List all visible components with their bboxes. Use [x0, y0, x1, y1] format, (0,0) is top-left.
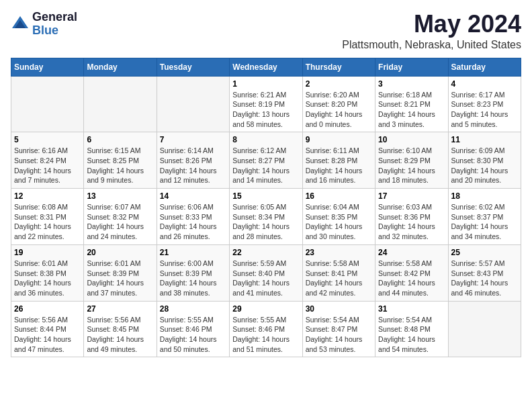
sunset-text: Sunset: 8:35 PM — [306, 213, 358, 221]
weekday-header-monday: Monday — [84, 58, 157, 76]
calendar-day-15: 15Sunrise: 6:05 AMSunset: 8:34 PMDayligh… — [230, 189, 302, 245]
calendar-day-7: 7Sunrise: 6:14 AMSunset: 8:26 PMDaylight… — [157, 132, 229, 189]
daylight-text: and 20 minutes. — [451, 176, 502, 184]
daylight-text: and 3 minutes. — [378, 120, 425, 128]
day-number: 20 — [87, 248, 153, 257]
sunrise-text: Sunrise: 6:02 AM — [451, 203, 505, 211]
sunset-text: Sunset: 8:28 PM — [306, 156, 358, 165]
daylight-text: Daylight: 14 hours — [451, 222, 508, 230]
daylight-text: and 58 minutes. — [232, 120, 283, 128]
daylight-text: Daylight: 14 hours — [87, 167, 144, 175]
sunset-text: Sunset: 8:30 PM — [451, 156, 504, 165]
sunset-text: Sunset: 8:26 PM — [160, 156, 212, 165]
daylight-text: Daylight: 14 hours — [306, 335, 363, 343]
daylight-text: Daylight: 14 hours — [160, 335, 217, 343]
sunrise-text: Sunrise: 5:59 AM — [232, 259, 286, 267]
daylight-text: Daylight: 14 hours — [232, 167, 290, 175]
day-number: 1 — [232, 79, 299, 89]
daylight-text: and 51 minutes. — [232, 345, 283, 353]
day-number: 24 — [378, 248, 445, 257]
sunrise-text: Sunrise: 5:56 AM — [14, 316, 68, 324]
logo-icon — [11, 15, 30, 34]
day-number: 3 — [378, 79, 445, 89]
sunset-text: Sunset: 8:37 PM — [451, 213, 504, 221]
day-number: 8 — [232, 135, 299, 144]
weekday-header-wednesday: Wednesday — [230, 58, 302, 76]
calendar-day-26: 26Sunrise: 5:56 AMSunset: 8:44 PMDayligh… — [11, 301, 84, 357]
calendar-day-31: 31Sunrise: 5:54 AMSunset: 8:48 PMDayligh… — [375, 301, 448, 357]
daylight-text: and 14 minutes. — [232, 176, 283, 184]
day-number: 16 — [306, 191, 372, 201]
daylight-text: Daylight: 14 hours — [160, 279, 217, 287]
day-number: 13 — [87, 191, 153, 201]
daylight-text: and 32 minutes. — [378, 232, 429, 240]
daylight-text: and 28 minutes. — [232, 232, 283, 240]
calendar-day-6: 6Sunrise: 6:15 AMSunset: 8:25 PMDaylight… — [84, 132, 157, 189]
sunset-text: Sunset: 8:39 PM — [160, 269, 212, 277]
sunset-text: Sunset: 8:24 PM — [14, 156, 66, 165]
calendar-week-row: 1Sunrise: 6:21 AMSunset: 8:19 PMDaylight… — [11, 76, 521, 132]
sunrise-text: Sunrise: 6:11 AM — [306, 146, 359, 154]
sunset-text: Sunset: 8:48 PM — [378, 325, 431, 333]
daylight-text: Daylight: 14 hours — [87, 222, 144, 230]
sunrise-text: Sunrise: 5:58 AM — [378, 259, 432, 267]
day-number: 26 — [14, 304, 81, 314]
daylight-text: Daylight: 14 hours — [451, 279, 508, 287]
calendar-day-4: 4Sunrise: 6:17 AMSunset: 8:23 PMDaylight… — [448, 76, 521, 132]
calendar-day-10: 10Sunrise: 6:10 AMSunset: 8:29 PMDayligh… — [375, 132, 448, 189]
calendar-day-23: 23Sunrise: 5:58 AMSunset: 8:41 PMDayligh… — [302, 244, 375, 301]
sunrise-text: Sunrise: 6:06 AM — [160, 203, 214, 211]
sunset-text: Sunset: 8:43 PM — [451, 269, 504, 277]
daylight-text: Daylight: 13 hours — [232, 110, 290, 118]
calendar-day-14: 14Sunrise: 6:06 AMSunset: 8:33 PMDayligh… — [157, 189, 229, 245]
day-number: 23 — [306, 248, 372, 257]
daylight-text: Daylight: 14 hours — [306, 110, 363, 118]
calendar-day-2: 2Sunrise: 6:20 AMSunset: 8:20 PMDaylight… — [302, 76, 375, 132]
sunrise-text: Sunrise: 5:58 AM — [306, 259, 359, 267]
day-number: 6 — [87, 135, 153, 144]
calendar-day-16: 16Sunrise: 6:04 AMSunset: 8:35 PMDayligh… — [302, 189, 375, 245]
daylight-text: and 38 minutes. — [160, 289, 210, 297]
daylight-text: and 41 minutes. — [232, 289, 283, 297]
daylight-text: and 34 minutes. — [451, 232, 502, 240]
daylight-text: Daylight: 14 hours — [378, 335, 435, 343]
daylight-text: and 44 minutes. — [378, 289, 429, 297]
daylight-text: Daylight: 14 hours — [306, 167, 363, 175]
calendar-day-25: 25Sunrise: 5:57 AMSunset: 8:43 PMDayligh… — [448, 244, 521, 301]
sunrise-text: Sunrise: 5:55 AM — [160, 316, 214, 324]
daylight-text: Daylight: 14 hours — [306, 222, 363, 230]
daylight-text: and 16 minutes. — [306, 176, 356, 184]
sunset-text: Sunset: 8:27 PM — [232, 156, 285, 165]
sunrise-text: Sunrise: 6:15 AM — [87, 146, 140, 154]
calendar-day-1: 1Sunrise: 6:21 AMSunset: 8:19 PMDaylight… — [230, 76, 302, 132]
sunrise-text: Sunrise: 6:07 AM — [87, 203, 140, 211]
day-number: 25 — [451, 248, 518, 257]
sunset-text: Sunset: 8:36 PM — [378, 213, 431, 221]
daylight-text: and 26 minutes. — [160, 232, 210, 240]
sunset-text: Sunset: 8:40 PM — [232, 269, 285, 277]
sunset-text: Sunset: 8:47 PM — [306, 325, 358, 333]
calendar-day-22: 22Sunrise: 5:59 AMSunset: 8:40 PMDayligh… — [230, 244, 302, 301]
title-block: May 2024 Plattsmouth, Nebraska, United S… — [342, 11, 521, 51]
daylight-text: Daylight: 14 hours — [378, 222, 435, 230]
day-number: 22 — [232, 248, 299, 257]
sunset-text: Sunset: 8:46 PM — [160, 325, 212, 333]
calendar-day-19: 19Sunrise: 6:01 AMSunset: 8:38 PMDayligh… — [11, 244, 84, 301]
sunset-text: Sunset: 8:45 PM — [87, 325, 139, 333]
day-number: 30 — [306, 304, 372, 314]
daylight-text: Daylight: 14 hours — [160, 222, 217, 230]
calendar-day-18: 18Sunrise: 6:02 AMSunset: 8:37 PMDayligh… — [448, 189, 521, 245]
sunset-text: Sunset: 8:39 PM — [87, 269, 139, 277]
sunrise-text: Sunrise: 6:08 AM — [14, 203, 68, 211]
sunset-text: Sunset: 8:38 PM — [14, 269, 66, 277]
daylight-text: and 30 minutes. — [306, 232, 356, 240]
daylight-text: and 54 minutes. — [378, 345, 429, 353]
sunrise-text: Sunrise: 5:56 AM — [87, 316, 140, 324]
daylight-text: Daylight: 14 hours — [451, 110, 508, 118]
day-number: 27 — [87, 304, 153, 314]
daylight-text: Daylight: 14 hours — [378, 279, 435, 287]
day-number: 2 — [306, 79, 372, 89]
daylight-text: Daylight: 14 hours — [14, 279, 71, 287]
sunrise-text: Sunrise: 5:54 AM — [378, 316, 432, 324]
sunrise-text: Sunrise: 5:55 AM — [232, 316, 286, 324]
